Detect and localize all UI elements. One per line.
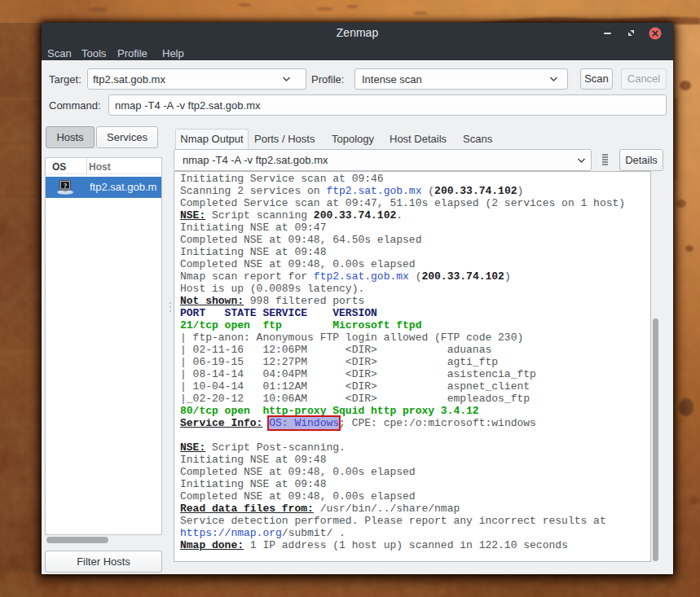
svg-text:?: ? [64, 182, 67, 190]
